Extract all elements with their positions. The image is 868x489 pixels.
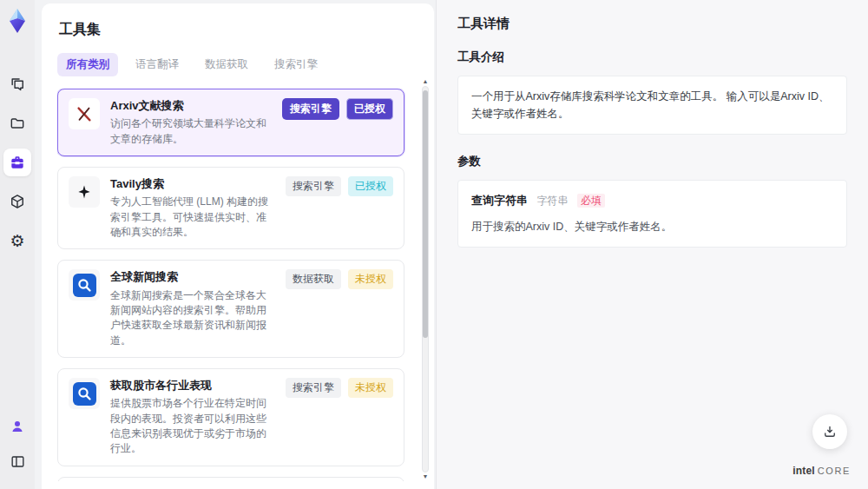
app-logo-icon <box>4 8 30 34</box>
tool-name: Arxiv文献搜索 <box>110 98 272 114</box>
param-required-badge: 必填 <box>577 194 605 208</box>
tool-card-2[interactable]: 全球新闻搜索全球新闻搜索是一个聚合全球各大新闻网站内容的搜索引擎。帮助用户快速获… <box>57 260 404 358</box>
tool-badges: 搜索引擎已授权 <box>282 98 393 147</box>
auth-badge: 未授权 <box>348 378 393 398</box>
scrollbar-thumb[interactable] <box>423 90 428 338</box>
sidebar-toggle-icon <box>10 453 26 470</box>
tool-body: 全球新闻搜索全球新闻搜索是一个聚合全球各大新闻网站内容的搜索引擎。帮助用户快速获… <box>110 269 275 348</box>
tool-body: 获取股市各行业表现提供股票市场各个行业在特定时间段内的表现。投资者可以利用这些信… <box>110 378 275 457</box>
param-name: 查询字符串 <box>471 194 528 207</box>
sparkle-icon <box>76 183 93 201</box>
tool-badges: 数据获取未授权 <box>286 269 393 348</box>
tool-body: Arxiv文献搜索访问各个研究领域大量科学论文和文章的存储库。 <box>110 98 272 147</box>
tab-2[interactable]: 数据获取 <box>196 53 257 76</box>
search-app-icon <box>73 274 96 297</box>
page-title: 工具集 <box>59 21 417 39</box>
tool-name: 全球新闻搜索 <box>110 269 275 285</box>
chat-icon <box>9 76 26 93</box>
scrollbar-track[interactable] <box>422 86 429 472</box>
cube-icon <box>9 193 26 210</box>
app-sidebar: ⚙ <box>0 0 35 489</box>
intro-text: 一个用于从Arxiv存储库搜索科学论文和文章的工具。 输入可以是Arxiv ID… <box>471 90 830 120</box>
tool-icon-wrap <box>69 98 100 129</box>
auth-badge: 未授权 <box>348 269 393 289</box>
param-desc: 用于搜索的Arxiv ID、关键字或作者姓名。 <box>471 218 833 235</box>
tool-list-panel: 工具集 所有类别语言翻译数据获取搜索引擎 Arxiv文献搜索访问各个研究领域大量… <box>42 3 434 489</box>
tool-icon-wrap <box>69 176 100 208</box>
params-heading: 参数 <box>457 154 847 169</box>
sidebar-item-chat[interactable] <box>3 70 31 98</box>
tool-desc: 专为人工智能代理 (LLM) 构建的搜索引擎工具。可快速提供实时、准确和真实的结… <box>110 195 275 240</box>
scroll-down-icon[interactable]: ▼ <box>423 473 429 480</box>
detail-title: 工具详情 <box>457 16 847 32</box>
toolbox-icon <box>9 154 26 171</box>
tool-card-0[interactable]: Arxiv文献搜索访问各个研究领域大量科学论文和文章的存储库。搜索引擎已授权 <box>57 89 404 156</box>
tool-badges: 搜索引擎已授权 <box>286 176 393 240</box>
auth-badge: 已授权 <box>346 98 393 120</box>
category-badge: 搜索引擎 <box>282 98 339 120</box>
tab-1[interactable]: 语言翻译 <box>127 53 187 76</box>
tool-name: 获取股市各行业表现 <box>110 378 275 393</box>
tool-card-1[interactable]: Tavily搜索专为人工智能代理 (LLM) 构建的搜索引擎工具。可快速提供实时… <box>57 167 404 249</box>
sidebar-item-profile[interactable] <box>3 413 31 440</box>
tool-desc: 提供股票市场各个行业在特定时间段内的表现。投资者可以利用这些信息来识别表现优于或… <box>110 396 275 457</box>
category-badge: 数据获取 <box>286 269 341 289</box>
sidebar-item-tools[interactable] <box>3 149 31 176</box>
sidebar-item-settings[interactable]: ⚙ <box>3 227 31 254</box>
tool-badges: 搜索引擎未授权 <box>286 378 393 457</box>
scroll-up-icon[interactable]: ▲ <box>423 78 429 85</box>
gear-icon: ⚙ <box>10 233 24 249</box>
arxiv-logo-icon <box>75 104 94 123</box>
download-icon <box>822 424 838 439</box>
category-badge: 搜索引擎 <box>286 378 341 398</box>
sidebar-item-folder[interactable] <box>3 109 31 137</box>
category-tabs: 所有类别语言翻译数据获取搜索引擎 <box>57 53 417 76</box>
tab-0[interactable]: 所有类别 <box>57 53 118 76</box>
tab-3[interactable]: 搜索引擎 <box>266 53 326 76</box>
sidebar-item-packages[interactable] <box>3 188 31 215</box>
tool-icon-wrap <box>69 269 100 301</box>
tool-desc: 全球新闻搜索是一个聚合全球各大新闻网站内容的搜索引擎。帮助用户快速获取全球最新资… <box>110 288 275 349</box>
tool-desc: 访问各个研究领域大量科学论文和文章的存储库。 <box>110 116 272 147</box>
tool-body: Tavily搜索专为人工智能代理 (LLM) 构建的搜索引擎工具。可快速提供实时… <box>110 176 275 240</box>
tool-list: Arxiv文献搜索访问各个研究领域大量科学论文和文章的存储库。搜索引擎已授权Ta… <box>57 89 417 481</box>
user-avatar-icon <box>10 419 25 434</box>
download-button[interactable] <box>812 414 847 449</box>
tool-detail-panel: 工具详情 工具介绍 一个用于从Arxiv存储库搜索科学论文和文章的工具。 输入可… <box>436 0 868 489</box>
core-brand-text: core <box>818 466 851 476</box>
param-type: 字符串 <box>536 195 568 207</box>
param-header: 查询字符串 字符串 必填 <box>471 192 833 210</box>
folder-icon <box>9 115 26 132</box>
intel-core-logo: intelcore <box>792 465 851 477</box>
tool-name: Tavily搜索 <box>110 176 275 192</box>
tool-card-4[interactable]: 获取市场最活跃股票信息提供当天交易量最高的股票列表，投资者可以利用这些信息来识别… <box>57 477 404 481</box>
tool-icon-wrap <box>69 378 100 409</box>
intro-heading: 工具介绍 <box>457 50 847 65</box>
tool-card-3[interactable]: 获取股市各行业表现提供股票市场各个行业在特定时间段内的表现。投资者可以利用这些信… <box>57 368 404 466</box>
category-badge: 搜索引擎 <box>286 176 341 196</box>
auth-badge: 已授权 <box>348 176 393 196</box>
search-app-icon <box>73 382 96 406</box>
sidebar-item-panel-toggle[interactable] <box>3 447 31 475</box>
intel-brand-text: intel <box>792 465 815 477</box>
param-box: 查询字符串 字符串 必填 用于搜索的Arxiv ID、关键字或作者姓名。 <box>457 180 847 248</box>
intro-text-box: 一个用于从Arxiv存储库搜索科学论文和文章的工具。 输入可以是Arxiv ID… <box>457 76 847 135</box>
list-scrollbar[interactable]: ▲ ▼ <box>421 78 430 480</box>
